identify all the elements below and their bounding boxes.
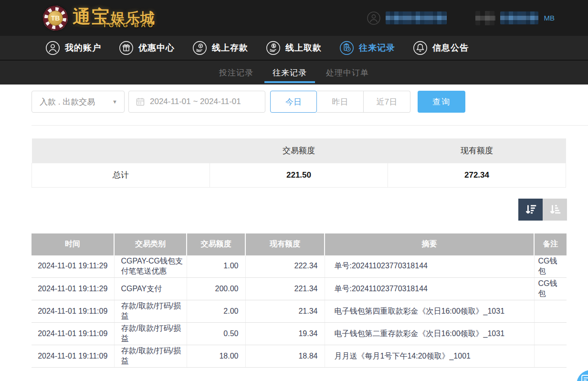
cell-summary: 单号:202411023770318144 <box>325 278 534 300</box>
col-header-summary: 摘要 <box>325 233 534 255</box>
col-header-type: 交易类别 <box>114 233 187 255</box>
table-row: 2024-11-01 19:11:09存款/取款/打码/损益2.0021.34电… <box>32 300 567 323</box>
cell-amount: 2.00 <box>187 300 245 323</box>
calendar-icon <box>136 97 145 106</box>
section-divider <box>32 125 588 126</box>
search-button[interactable]: 查询 <box>418 91 465 113</box>
cell-type: 存款/取款/打码/损益 <box>114 323 187 345</box>
date-range-value: 2024-11-01 ~ 2024-11-01 <box>150 97 241 106</box>
cell-note: CG钱包 <box>534 278 567 300</box>
tab-pending-orders[interactable]: 处理中订单 <box>318 61 377 85</box>
table-row: 2024-11-01 19:11:09存款/取款/打码/损益0.5019.34电… <box>32 323 567 345</box>
cell-note <box>534 300 567 323</box>
cell-balance: 221.34 <box>245 278 325 300</box>
sort-descending-icon <box>524 202 538 217</box>
cell-time: 2024-11-01 19:11:29 <box>32 278 114 300</box>
records-icon <box>339 41 354 55</box>
balance-unit-label: MB <box>544 14 555 22</box>
withdraw-icon <box>266 41 281 55</box>
chip-monogram: TB <box>48 11 63 26</box>
nav-item-records[interactable]: 往来记录 <box>339 41 395 55</box>
cell-amount: 1.00 <box>187 255 245 278</box>
tab-transaction-records[interactable]: 往来记录 <box>264 61 315 85</box>
cell-type: CGPAY支付 <box>114 278 187 300</box>
sub-tabs: 投注记录 往来记录 处理中订单 <box>0 61 588 85</box>
summary-transaction-amount: 221.50 <box>210 163 388 187</box>
col-header-amount: 交易额度 <box>187 233 245 255</box>
deposit-icon <box>192 41 207 55</box>
summary-total-row: 总计 221.50 272.34 <box>32 163 566 187</box>
cell-summary: 电子钱包第二重存款彩金《次日16:00领取》_1031 <box>325 323 534 345</box>
col-header-time: 时间 <box>32 233 114 255</box>
sort-controls <box>0 199 567 221</box>
user-avatar-icon <box>367 11 381 25</box>
nav-item-announcements[interactable]: 信息公告 <box>413 41 469 55</box>
site-logo[interactable]: TB 通宝娱乐城 TONG BAO <box>43 6 155 31</box>
customer-service-chat-button[interactable] <box>577 370 588 381</box>
sort-ascending-icon <box>548 202 562 217</box>
cell-amount: 200.00 <box>187 278 245 300</box>
col-header-note: 备注 <box>534 233 567 255</box>
cell-amount: 18.00 <box>187 345 245 368</box>
quick-date-group: 今日 昨日 近7日 <box>270 91 410 113</box>
date-range-input[interactable]: 2024-11-01 ~ 2024-11-01 <box>128 91 265 113</box>
table-row: 2024-11-01 19:11:29CGPAY-CG钱包支付笔笔送优惠1.00… <box>32 255 567 278</box>
redacted-balance <box>500 11 538 24</box>
today-button[interactable]: 今日 <box>270 91 317 113</box>
table-row: 2024-11-01 19:11:09存款/取款/打码/损益18.0018.84… <box>32 345 567 368</box>
transaction-type-select[interactable]: 入款 . 出款交易 ▼ <box>32 91 125 113</box>
casino-chip-icon: TB <box>43 6 68 31</box>
account-icon <box>45 41 60 55</box>
nav-item-deposit[interactable]: 线上存款 <box>192 41 248 55</box>
cell-note <box>534 345 567 368</box>
summary-header-transaction-amount: 交易额度 <box>210 138 388 163</box>
nav-item-promotions[interactable]: 优惠中心 <box>119 41 175 55</box>
summary-header-empty <box>32 138 210 163</box>
cell-amount: 0.50 <box>187 323 245 345</box>
cell-summary: 单号:202411023770318144 <box>325 255 534 278</box>
cell-time: 2024-11-01 19:11:09 <box>32 323 114 345</box>
summary-header-current-amount: 现有额度 <box>388 138 566 163</box>
summary-current-amount: 272.34 <box>388 163 566 187</box>
cell-type: 存款/取款/打码/损益 <box>114 300 187 323</box>
cell-balance: 222.34 <box>245 255 325 278</box>
main-nav: 我的账户 优惠中心 线上存款 线上取款 <box>0 36 588 61</box>
records-table: 时间 交易类别 交易额度 现有额度 摘要 备注 2024-11-01 19:11… <box>32 233 567 368</box>
tab-bet-records[interactable]: 投注记录 <box>211 61 262 85</box>
redacted-wallet-icon <box>475 11 495 25</box>
nav-item-withdraw[interactable]: 线上取款 <box>266 41 322 55</box>
logo-text: 通宝娱乐城 TONG BAO <box>73 8 155 28</box>
chat-card-icon <box>581 373 588 381</box>
nav-item-my-account[interactable]: 我的账户 <box>45 41 101 55</box>
cell-summary: 电子钱包第四重取款彩金《次日16:00领取》_1031 <box>325 300 534 323</box>
cell-time: 2024-11-01 19:11:29 <box>32 255 114 278</box>
last-7-days-button[interactable]: 近7日 <box>364 91 410 113</box>
filter-bar: 入款 . 出款交易 ▼ 2024-11-01 ~ 2024-11-01 今日 昨… <box>32 91 588 113</box>
redacted-username <box>386 11 447 24</box>
promotions-icon <box>119 41 134 55</box>
chevron-down-icon: ▼ <box>112 99 117 105</box>
user-area: MB <box>367 11 555 25</box>
top-header: TB 通宝娱乐城 TONG BAO MB <box>0 0 588 36</box>
yesterday-button[interactable]: 昨日 <box>317 91 364 113</box>
col-header-balance: 现有额度 <box>245 233 325 255</box>
cell-type: 存款/取款/打码/损益 <box>114 345 187 368</box>
transaction-type-value: 入款 . 出款交易 <box>40 96 95 107</box>
cell-note: CG钱包 <box>534 255 567 278</box>
summary-table: 交易额度 现有额度 总计 221.50 272.34 <box>32 138 566 188</box>
sort-descending-button[interactable] <box>518 199 543 221</box>
sort-ascending-button[interactable] <box>543 199 567 221</box>
cell-balance: 19.34 <box>245 323 325 345</box>
cell-summary: 月月送《每月1号下午14:20领取》_1001 <box>325 345 534 368</box>
cell-time: 2024-11-01 19:11:09 <box>32 345 114 368</box>
logo-subtitle: TONG BAO <box>103 22 155 28</box>
cell-time: 2024-11-01 19:11:09 <box>32 300 114 323</box>
cell-type: CGPAY-CG钱包支付笔笔送优惠 <box>114 255 187 278</box>
records-tbody: 2024-11-01 19:11:29CGPAY-CG钱包支付笔笔送优惠1.00… <box>32 255 567 368</box>
announcement-icon <box>413 41 428 55</box>
cell-balance: 18.84 <box>245 345 325 368</box>
table-row: 2024-11-01 19:11:29CGPAY支付200.00221.34单号… <box>32 278 567 300</box>
cell-note <box>534 323 567 345</box>
cell-balance: 21.34 <box>245 300 325 323</box>
summary-total-label: 总计 <box>32 163 210 187</box>
